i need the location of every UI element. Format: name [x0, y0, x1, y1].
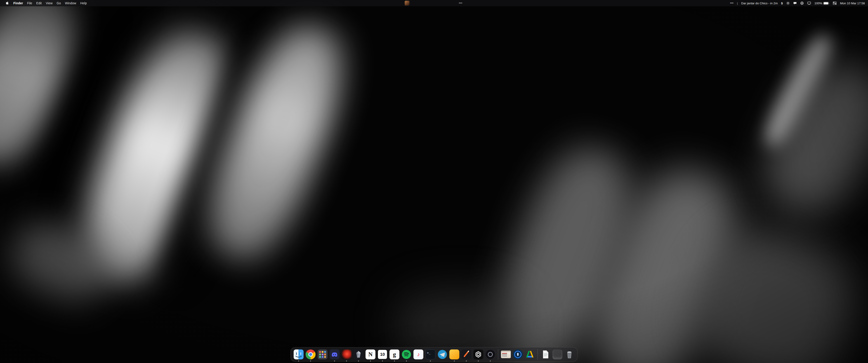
dock-area: N10g♪>_: [0, 347, 868, 362]
menu-bar-status-area: ••• | Dar jantar do Chico - in 2m $ 100%: [730, 1, 865, 5]
dock-item-notion[interactable]: N: [365, 349, 376, 360]
dock-item-calendar[interactable]: 10: [377, 349, 388, 360]
stocks-icon[interactable]: $: [781, 2, 783, 5]
dock-item-spotify[interactable]: [401, 349, 412, 360]
google-drive-icon: [525, 350, 535, 359]
dock-item-document[interactable]: [540, 349, 551, 360]
wallpaper-vignette: [0, 0, 868, 363]
battery-icon: [823, 2, 829, 5]
running-indicator: [394, 361, 395, 361]
trash-icon: [564, 350, 575, 359]
timer-icon: [485, 350, 495, 359]
menu-file[interactable]: File: [25, 0, 34, 6]
running-indicator: [478, 361, 479, 361]
dock-item-launchpad[interactable]: [317, 349, 328, 360]
display-icon[interactable]: [807, 1, 811, 5]
menu-help[interactable]: Help: [78, 0, 89, 6]
g-app-icon: g: [390, 350, 399, 359]
reminder-menu-item[interactable]: Dar jantar do Chico - in 2m: [741, 2, 778, 5]
running-indicator: [370, 361, 371, 361]
control-center-icon[interactable]: [833, 1, 837, 5]
obsidian-icon: [353, 350, 364, 359]
document-icon: [540, 350, 550, 359]
chat-icon[interactable]: [793, 1, 797, 5]
dock-item-terminal[interactable]: >_: [425, 349, 436, 360]
dock-item-music[interactable]: ♪: [413, 349, 424, 360]
dock-item-discord[interactable]: [329, 349, 340, 360]
spotify-icon: [401, 350, 411, 359]
apple-logo-icon: [6, 1, 9, 5]
launchpad-icon: [318, 350, 328, 359]
dock-item-assistant[interactable]: [473, 349, 484, 360]
dock-item-trash[interactable]: [564, 349, 575, 360]
chrome-icon: [306, 350, 315, 359]
pen-app-icon: [461, 350, 471, 359]
app-menu-finder[interactable]: Finder: [11, 0, 25, 6]
desktop: Finder FileEditViewGoWindowHelp ••• ••• …: [0, 0, 868, 363]
battery-status[interactable]: 100%: [814, 2, 830, 5]
wallpaper[interactable]: [0, 0, 868, 363]
assistant-icon: [473, 350, 483, 359]
running-indicator: [358, 361, 359, 361]
apple-menu[interactable]: [3, 0, 11, 6]
menu-bar-separator: |: [737, 2, 738, 5]
yellow-app-icon: [450, 350, 459, 359]
dock-item-chrome[interactable]: [305, 349, 316, 360]
menu-bar-left: Finder FileEditViewGoWindowHelp: [3, 0, 89, 6]
gear-icon[interactable]: [786, 1, 790, 5]
stack-icon: [553, 350, 562, 359]
music-icon: ♪: [413, 350, 423, 359]
dock-separator: [537, 349, 538, 360]
app-menus: FileEditViewGoWindowHelp: [25, 0, 89, 6]
menu-bar-overflow-dots[interactable]: •••: [459, 0, 463, 6]
terminal-icon: >_: [426, 350, 435, 359]
dock-item-google-drive[interactable]: [524, 349, 535, 360]
dock: N10g♪>_: [290, 347, 578, 362]
dock-item-minimized-window[interactable]: [500, 349, 512, 360]
running-indicator: [466, 361, 467, 361]
dock-item-telegram[interactable]: [437, 349, 448, 360]
minimized-window-icon: [501, 351, 511, 358]
now-playing-album-art[interactable]: [405, 1, 410, 6]
dock-item-yellow-app[interactable]: [449, 349, 460, 360]
running-indicator: [382, 361, 383, 361]
notion-icon: N: [366, 350, 375, 359]
dock-item-obsidian[interactable]: [353, 349, 364, 360]
menu-go[interactable]: Go: [55, 0, 63, 6]
running-indicator: [310, 361, 311, 361]
globe-icon[interactable]: [800, 1, 804, 5]
calendar-icon: 10: [377, 350, 388, 359]
battery-percent: 100%: [814, 2, 822, 5]
menu-bar: Finder FileEditViewGoWindowHelp ••• ••• …: [0, 0, 868, 6]
dock-separator: [498, 349, 498, 360]
dock-item-one-password[interactable]: [512, 349, 524, 360]
running-indicator: [454, 361, 455, 361]
finder-icon: [293, 350, 304, 359]
hidden-items-icon[interactable]: •••: [730, 2, 734, 5]
discord-icon: [330, 350, 340, 359]
running-indicator: [406, 361, 407, 361]
running-indicator: [346, 361, 347, 361]
dock-item-finder[interactable]: [293, 349, 304, 360]
menu-view[interactable]: View: [43, 0, 55, 6]
telegram-icon: [437, 350, 447, 359]
dock-item-red-app[interactable]: [341, 349, 352, 360]
one-password-icon: [513, 350, 523, 359]
red-app-icon: [342, 350, 351, 359]
dock-item-stack[interactable]: [552, 349, 563, 360]
running-indicator: [430, 361, 431, 361]
dock-item-g-app[interactable]: g: [389, 349, 400, 360]
dock-item-pen-app[interactable]: [461, 349, 472, 360]
running-indicator: [334, 361, 335, 361]
dock-item-timer[interactable]: [485, 349, 496, 360]
running-indicator: [298, 361, 299, 361]
menu-window[interactable]: Window: [63, 0, 78, 6]
menu-edit[interactable]: Edit: [34, 0, 43, 6]
menu-bar-clock[interactable]: Mon 10 Mar 17:58: [840, 2, 865, 5]
running-indicator: [490, 361, 491, 361]
